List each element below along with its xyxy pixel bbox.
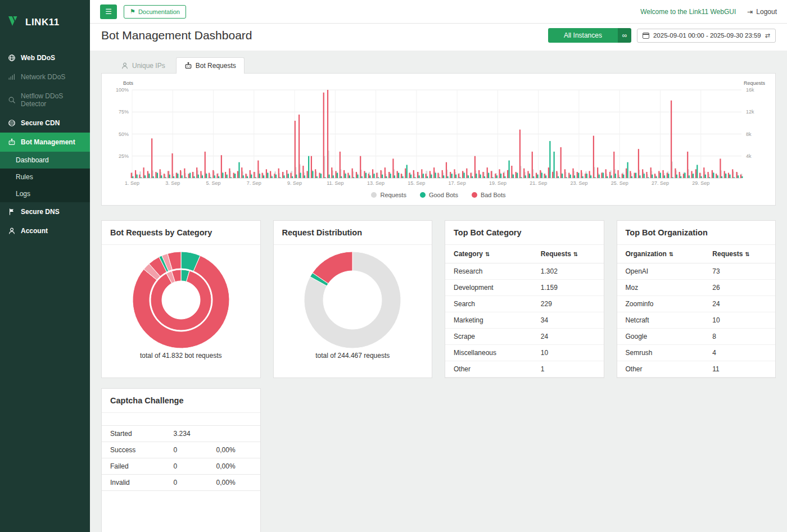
- bot-requests-chart-card: 25%4k50%8k75%12k100%16k1. Sep3. Sep5. Se…: [101, 73, 776, 206]
- sort-icon: ⇅: [485, 251, 490, 257]
- column-label: Requests: [712, 250, 743, 258]
- sidebar: LINK11 Web DDoSNetwork DDoSNetflow DDoS …: [0, 0, 90, 532]
- column-header-requests[interactable]: Requests⇅: [532, 245, 604, 263]
- card-title-top-bot-organization: Top Bot Organization: [617, 221, 776, 245]
- column-label: Category: [454, 250, 483, 258]
- header-controls: All Instances ∞ 2025-09-01 00:00 - 2025-…: [548, 28, 776, 43]
- table-row: Zoominfo24: [617, 296, 776, 312]
- logout-button[interactable]: ⇥ Logout: [747, 8, 777, 16]
- captcha-row-failed: Failed00,00%: [102, 458, 260, 475]
- row-label: Search: [445, 296, 532, 312]
- sidebar-item-netflow-ddos-detector[interactable]: Netflow DDoS Detector: [0, 87, 90, 113]
- logo[interactable]: LINK11: [0, 0, 90, 48]
- sidebar-item-account[interactable]: Account: [0, 221, 90, 240]
- submenu-item-rules[interactable]: Rules: [0, 169, 90, 185]
- sidebar-item-web-ddos[interactable]: Web DDoS: [0, 48, 90, 67]
- row-value: 1: [532, 361, 604, 378]
- card-bot-requests-by-category: Bot Requests by Category total of 41.832…: [101, 220, 261, 378]
- globe-icon: [8, 54, 16, 62]
- svg-text:50%: 50%: [119, 131, 129, 137]
- column-header-requests[interactable]: Requests⇅: [704, 245, 775, 263]
- sidebar-item-bot-management[interactable]: Bot Management: [0, 133, 90, 152]
- row-label: Marketing: [445, 312, 532, 329]
- card-title-bot-requests-by-category: Bot Requests by Category: [102, 221, 260, 245]
- stats-cards-row: Bot Requests by Category total of 41.832…: [101, 220, 776, 378]
- instances-label[interactable]: All Instances: [548, 28, 618, 43]
- date-range-picker[interactable]: 2025-09-01 00:00 - 2025-09-30 23:59 ⇄: [637, 29, 776, 43]
- documentation-label: Documentation: [138, 8, 180, 15]
- legend-item-requests[interactable]: Requests: [371, 192, 406, 198]
- instances-link-icon[interactable]: ∞: [618, 28, 631, 43]
- row-value: 4: [704, 345, 775, 361]
- svg-text:21. Sep: 21. Sep: [530, 180, 547, 186]
- column-label: Requests: [541, 250, 571, 258]
- top-bot-category-table: Category⇅Requests⇅Research1.302Developme…: [445, 245, 604, 378]
- row-label: Google: [617, 329, 704, 345]
- main-column: ☰ ⚑ Documentation Welcome to the Link11 …: [90, 0, 787, 532]
- cdn-icon: [8, 119, 16, 127]
- card-captcha-challenge: Captcha Challenge Started3.234Success00,…: [101, 388, 261, 532]
- row-label: Research: [445, 263, 532, 280]
- svg-text:75%: 75%: [119, 109, 129, 115]
- card-top-bot-category: Top Bot Category Category⇅Requests⇅Resea…: [445, 220, 604, 378]
- topbar-right: Welcome to the Link11 WebGUI ⇥ Logout: [640, 8, 777, 16]
- sidebar-item-secure-dns[interactable]: Secure DNS: [0, 202, 90, 221]
- card-title-request-distribution: Request Distribution: [274, 221, 432, 245]
- documentation-button[interactable]: ⚑ Documentation: [124, 5, 186, 19]
- svg-text:100%: 100%: [116, 87, 129, 93]
- instances-dropdown[interactable]: All Instances ∞: [548, 28, 631, 43]
- row-value: 10: [704, 312, 775, 329]
- tab-unique-ips[interactable]: Unique IPs: [112, 57, 174, 74]
- bot-management-submenu: DashboardRulesLogs: [0, 152, 90, 202]
- sidebar-item-network-ddos[interactable]: Network DDoS: [0, 67, 90, 87]
- top-bot-organization-table: Organization⇅Requests⇅OpenAI73Moz26Zoomi…: [617, 245, 776, 378]
- svg-text:12k: 12k: [746, 109, 754, 115]
- sidebar-item-secure-cdn[interactable]: Secure CDN: [0, 113, 90, 133]
- menu-toggle-button[interactable]: ☰: [100, 4, 117, 19]
- row-value: 11: [704, 361, 775, 378]
- app-root: LINK11 Web DDoSNetwork DDoSNetflow DDoS …: [0, 0, 787, 532]
- sidebar-item-label: Netflow DDoS Detector: [21, 92, 82, 108]
- svg-text:1. Sep: 1. Sep: [125, 180, 139, 186]
- svg-text:11. Sep: 11. Sep: [327, 180, 343, 186]
- captcha-count: 0: [165, 442, 208, 458]
- column-label: Organization: [626, 250, 667, 258]
- svg-text:27. Sep: 27. Sep: [652, 180, 669, 186]
- logo-text: LINK11: [25, 17, 60, 28]
- submenu-item-dashboard[interactable]: Dashboard: [0, 152, 90, 169]
- column-header-organization[interactable]: Organization⇅: [617, 245, 704, 263]
- legend-item-good-bots[interactable]: Good Bots: [420, 192, 458, 198]
- row-label: Other: [445, 361, 532, 378]
- sidebar-nav: Web DDoSNetwork DDoSNetflow DDoS Detecto…: [0, 48, 90, 240]
- card-title-top-bot-category: Top Bot Category: [445, 221, 604, 245]
- sidebar-item-label: Secure CDN: [21, 119, 60, 127]
- svg-text:3. Sep: 3. Sep: [165, 180, 180, 186]
- calendar-icon: [643, 33, 649, 39]
- legend-dot: [420, 192, 426, 198]
- row-label: Development: [445, 280, 532, 296]
- content: Unique IPsBot Requests 25%4k50%8k75%12k1…: [90, 51, 787, 532]
- table-row: OpenAI73: [617, 263, 776, 280]
- captcha-label: Failed: [102, 458, 165, 475]
- captcha-label: Success: [102, 442, 165, 458]
- row-label: Scrape: [445, 329, 532, 345]
- date-range-text: 2025-09-01 00:00 - 2025-09-30 23:59: [653, 32, 761, 39]
- submenu-item-logs[interactable]: Logs: [0, 185, 90, 202]
- captcha-percent: 0,00%: [208, 458, 260, 475]
- captcha-row-started: Started3.234: [102, 426, 260, 442]
- tab-bot-requests[interactable]: Bot Requests: [176, 57, 245, 74]
- card-top-bot-organization: Top Bot Organization Organization⇅Reques…: [617, 220, 776, 378]
- tab-label: Bot Requests: [196, 62, 236, 70]
- table-row: Marketing34: [445, 312, 604, 329]
- sidebar-item-label: Account: [21, 227, 48, 235]
- sidebar-item-label: Web DDoS: [21, 54, 55, 62]
- link11-logo-icon: [8, 16, 21, 29]
- column-header-category[interactable]: Category⇅: [445, 245, 532, 263]
- svg-text:13. Sep: 13. Sep: [367, 180, 385, 186]
- sort-icon: ⇅: [573, 251, 578, 257]
- row-value: 1.159: [532, 280, 604, 296]
- bot-requests-total-caption: total of 41.832 bot requests: [102, 351, 260, 367]
- svg-text:5. Sep: 5. Sep: [206, 180, 221, 186]
- robot-icon: [184, 62, 192, 70]
- legend-item-bad-bots[interactable]: Bad Bots: [472, 192, 506, 198]
